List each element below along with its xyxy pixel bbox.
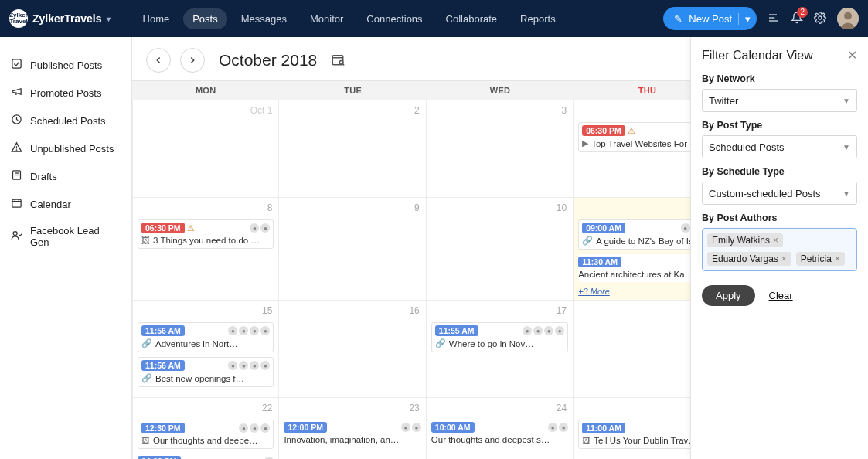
notifications-count: 2 <box>797 7 808 18</box>
calendar-cell[interactable]: 1511:56 AM●●●●🔗Adventures in Nort…11:56 … <box>132 301 279 398</box>
filter-title: Filter Calendar View <box>702 49 813 63</box>
network-icons: ●●●● <box>228 326 270 335</box>
calendar-cell[interactable]: 10 <box>427 198 574 301</box>
nav-item-messages[interactable]: Messages <box>232 8 296 29</box>
calendar-cell[interactable]: Oct 1 <box>132 100 279 198</box>
sidebar-item-published-posts[interactable]: Published Posts <box>0 51 131 79</box>
calendar-event[interactable]: 06:30 PM⚠●●🖼3 Things you need to do … <box>138 219 274 249</box>
remove-chip-icon[interactable]: × <box>781 253 787 264</box>
svg-rect-6 <box>12 60 21 68</box>
day-number: 9 <box>414 202 420 213</box>
nav-item-collaborate[interactable]: Collaborate <box>437 8 507 29</box>
sidebar-item-label: Promoted Posts <box>30 87 102 99</box>
chip-label: Emily Watkins <box>712 235 770 246</box>
list-icon[interactable] <box>768 12 780 26</box>
day-number: 15 <box>262 305 272 316</box>
sidebar-item-facebook-lead-gen[interactable]: Facebook Lead Gen <box>0 218 131 255</box>
chevron-down-icon[interactable]: ▾ <box>738 13 751 25</box>
calendar-cell[interactable]: 9 <box>279 198 426 301</box>
warning-icon <box>11 141 22 155</box>
sidebar-item-unpublished-posts[interactable]: Unpublished Posts <box>0 134 131 162</box>
author-chip[interactable]: Emily Watkins× <box>707 233 783 247</box>
author-chip[interactable]: Eduardo Vargas× <box>707 252 791 266</box>
nav-item-connections[interactable]: Connections <box>357 8 431 29</box>
clear-link[interactable]: Clear <box>769 290 793 301</box>
svg-rect-18 <box>333 55 344 64</box>
filter-posttype-select[interactable]: Scheduled Posts ▼ <box>702 135 857 158</box>
close-icon[interactable]: ✕ <box>847 48 857 63</box>
remove-chip-icon[interactable]: × <box>773 235 778 246</box>
sidebar-item-label: Unpublished Posts <box>30 143 114 155</box>
calendar-event[interactable]: 11:55 AM●●●●🔗Where to go in Nov… <box>431 322 568 352</box>
svg-point-9 <box>16 150 17 151</box>
event-time: 10:00 AM <box>431 422 475 433</box>
filter-schedtype-select[interactable]: Custom-scheduled Posts ▼ <box>702 182 857 205</box>
remove-chip-icon[interactable]: × <box>835 253 840 264</box>
day-number: Oct 1 <box>250 105 273 116</box>
filter-network-value: Twitter <box>709 95 738 107</box>
nav-item-home[interactable]: Home <box>134 8 179 29</box>
sidebar-item-label: Scheduled Posts <box>30 115 106 127</box>
event-time: 12:00 PM <box>284 422 327 433</box>
network-icons: ●● <box>548 423 568 432</box>
network-icons: ●●● <box>239 423 270 433</box>
more-events-link[interactable]: +3 More <box>578 287 610 296</box>
svg-point-3 <box>819 16 822 19</box>
author-chip[interactable]: Petricia× <box>796 252 845 266</box>
event-title: Ancient architectures at Ka… <box>578 270 693 279</box>
sidebar-item-calendar[interactable]: Calendar <box>0 190 131 218</box>
event-title: Innovation, imagination, an… <box>284 435 399 444</box>
calendar-event[interactable]: 11:56 AM●●●●🔗Adventures in Nort… <box>138 322 274 352</box>
nav-item-reports[interactable]: Reports <box>511 8 565 29</box>
event-title: Tell Us Your Dublin Trav… <box>594 436 697 445</box>
sidebar-item-scheduled-posts[interactable]: Scheduled Posts <box>0 107 131 134</box>
filter-authors-input[interactable]: Emily Watkins×Eduardo Vargas×Petricia× <box>702 228 857 271</box>
event-time: 09:00 AM <box>582 223 625 233</box>
link-icon: 🔗 <box>141 338 152 348</box>
day-number: 3 <box>562 105 567 116</box>
day-number: 22 <box>262 403 272 413</box>
sidebar-item-promoted-posts[interactable]: Promoted Posts <box>0 79 131 107</box>
prev-month-button[interactable] <box>146 48 171 73</box>
calendar-cell[interactable]: 2212:30 PM●●●🖼Our thoughts and deepe…04:… <box>132 398 279 459</box>
nav-item-monitor[interactable]: Monitor <box>301 8 352 29</box>
image-icon: 🖼 <box>141 236 150 245</box>
sidebar-item-drafts[interactable]: Drafts <box>0 162 131 190</box>
sidebar-item-label: Facebook Lead Gen <box>30 225 121 248</box>
avatar[interactable] <box>837 8 859 29</box>
next-month-button[interactable] <box>180 48 205 73</box>
calendar-cell[interactable]: 3 <box>427 100 574 198</box>
nav-item-posts[interactable]: Posts <box>183 8 227 29</box>
svg-rect-13 <box>12 199 21 207</box>
calendar-cell[interactable]: 2312:00 PM●●Innovation, imagination, an… <box>279 398 426 459</box>
network-icons: ●● <box>401 423 421 432</box>
chevron-down-icon: ▾ <box>107 15 111 23</box>
calendar-event[interactable]: 12:00 PM●●Innovation, imagination, an… <box>284 420 420 447</box>
day-number: 24 <box>557 403 567 413</box>
calendar-cell[interactable]: 2 <box>279 100 426 198</box>
calendar-event[interactable]: 11:56 AM●●●●🔗Best new openings f… <box>138 357 274 387</box>
brand[interactable]: Zylker Travel ZylkerTravels ▾ <box>9 9 118 28</box>
chevron-down-icon: ▼ <box>842 143 850 151</box>
filter-network-select[interactable]: Twitter ▼ <box>702 89 857 112</box>
calendar-cell[interactable]: 2410:00 AM●●Our thoughts and deepest s… <box>427 398 574 459</box>
video-icon: ▶ <box>582 138 588 148</box>
filter-schedtype-label: By Schedule Type <box>702 166 857 177</box>
dow-tue: TUE <box>279 81 426 100</box>
sidebar-item-label: Drafts <box>30 171 57 182</box>
calendar-event[interactable]: 12:30 PM●●●🖼Our thoughts and deepe… <box>138 420 274 449</box>
month-title: October 2018 <box>219 51 317 70</box>
megaphone-icon <box>11 86 22 100</box>
calendar-cell[interactable]: 16 <box>279 301 426 398</box>
calendar-search-icon[interactable] <box>331 53 345 69</box>
calendar-event[interactable]: 10:00 AM●●Our thoughts and deepest s… <box>431 420 568 447</box>
new-post-button[interactable]: ✎ New Post ▾ <box>663 7 757 30</box>
calendar-event[interactable]: 04:00 PM●Tune in today for live updat… <box>138 454 274 459</box>
filter-authors-label: By Post Authors <box>702 212 857 223</box>
calendar-cell[interactable]: 806:30 PM⚠●●🖼3 Things you need to do … <box>132 198 279 301</box>
svg-point-5 <box>844 12 852 20</box>
calendar-cell[interactable]: 1711:55 AM●●●●🔗Where to go in Nov… <box>427 301 574 398</box>
notifications-button[interactable]: 2 <box>791 12 803 26</box>
gear-icon[interactable] <box>814 12 826 26</box>
apply-button[interactable]: Apply <box>702 285 755 306</box>
